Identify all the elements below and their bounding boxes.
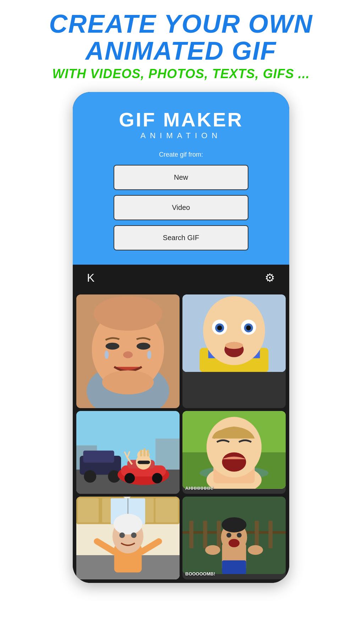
header-subtitle: WITH VIDEOS, PHOTOS, TEXTS, GIFS ...: [7, 66, 355, 81]
header: CREATE YOUR OWN ANIMATED GIF WITH VIDEOS…: [0, 0, 362, 85]
svg-point-19: [246, 325, 251, 330]
svg-point-63: [114, 514, 142, 535]
svg-rect-39: [143, 448, 146, 456]
svg-point-50: [222, 453, 246, 472]
search-gif-button[interactable]: Search GIF: [114, 225, 248, 250]
nav-bar: K ⚙: [73, 265, 289, 291]
svg-rect-71: [203, 521, 207, 548]
svg-point-6: [123, 351, 133, 358]
svg-point-9: [102, 370, 154, 395]
gallery-image: [76, 497, 180, 579]
svg-point-28: [84, 470, 96, 483]
header-title: CREATE YOUR OWN ANIMATED GIF: [7, 11, 355, 64]
svg-point-64: [119, 532, 125, 538]
list-item[interactable]: [76, 294, 180, 408]
gif-label: AHHHHHHH!: [185, 486, 283, 491]
svg-point-83: [226, 533, 231, 538]
svg-point-21: [225, 342, 243, 349]
phone-frame: GIF MAKER ANIMATION Create gif from: New…: [73, 92, 289, 583]
svg-point-3: [94, 296, 163, 331]
gif-gallery: AHHHHHHH!: [73, 291, 289, 583]
list-item[interactable]: BOOOOOMB!: [182, 497, 286, 579]
svg-rect-40: [147, 450, 149, 456]
svg-point-84: [237, 533, 242, 538]
svg-rect-53: [78, 498, 99, 523]
list-item[interactable]: [76, 411, 180, 494]
gallery-image: [76, 294, 180, 408]
svg-rect-27: [83, 451, 114, 463]
app-logo-main: GIF MAKER: [119, 110, 243, 130]
svg-point-4: [105, 343, 119, 350]
svg-point-77: [205, 545, 220, 555]
svg-point-8: [147, 351, 152, 359]
svg-rect-36: [138, 461, 150, 464]
app-screen: GIF MAKER ANIMATION Create gif from: New…: [73, 92, 289, 265]
create-label: Create gif from:: [159, 151, 203, 158]
list-item[interactable]: AHHHHHHH!: [182, 411, 286, 494]
new-button[interactable]: New: [114, 165, 248, 190]
list-item[interactable]: [76, 497, 180, 579]
svg-point-7: [105, 351, 109, 359]
gallery-image: [182, 411, 286, 488]
svg-point-18: [217, 325, 222, 330]
nav-settings-icon[interactable]: ⚙: [265, 271, 275, 285]
nav-left-icon[interactable]: K: [87, 271, 94, 285]
svg-rect-70: [189, 521, 193, 548]
svg-point-81: [222, 517, 247, 532]
svg-rect-57: [155, 498, 178, 523]
list-item[interactable]: [182, 294, 286, 408]
svg-rect-72: [217, 521, 221, 548]
gallery-image: [182, 497, 286, 574]
svg-point-5: [137, 343, 150, 350]
gif-label: BOOOOOMB!: [185, 571, 283, 577]
button-group: New Video Search GIF: [114, 165, 248, 250]
gallery-image: [76, 411, 180, 494]
app-logo: GIF MAKER ANIMATION: [119, 110, 243, 140]
svg-point-34: [152, 473, 162, 483]
svg-rect-25: [155, 439, 180, 470]
svg-point-82: [229, 539, 240, 547]
svg-rect-75: [269, 521, 273, 548]
svg-point-78: [248, 545, 263, 555]
svg-rect-38: [140, 450, 142, 456]
svg-point-65: [131, 532, 137, 538]
app-logo-sub: ANIMATION: [119, 131, 243, 140]
svg-point-33: [125, 473, 135, 483]
video-button[interactable]: Video: [114, 195, 248, 220]
gallery-image: [182, 294, 286, 372]
svg-rect-74: [255, 521, 259, 548]
